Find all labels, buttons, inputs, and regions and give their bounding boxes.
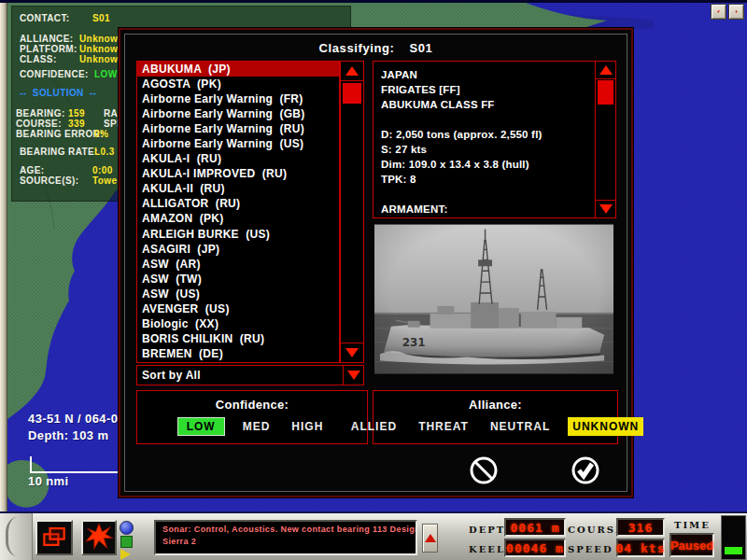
windows-icon (717, 6, 720, 18)
sources-label: SOURCE(S): (20, 175, 78, 186)
yellow-triangle-indicator (120, 549, 131, 560)
sort-dropdown[interactable]: Sort by All (136, 365, 364, 385)
stations-button[interactable] (35, 520, 73, 555)
speed-display: 04 kts (616, 539, 665, 557)
confidence-box: Confidence: LOWMEDHIGH (136, 390, 368, 444)
ship-list-item[interactable]: ASAGIRI (JP) (137, 242, 339, 257)
confidence-option-low[interactable]: LOW (177, 417, 225, 436)
dialog-title-value: S01 (409, 41, 432, 55)
windows-button[interactable] (711, 4, 726, 20)
ship-list-item[interactable]: ARLEIGH BURKE (US) (137, 227, 339, 242)
scroll-up-button[interactable] (596, 62, 615, 79)
ship-photo: 231 (374, 224, 613, 374)
sort-dropdown-value: Sort by All (137, 369, 343, 382)
ship-details-panel: JAPANFRIGATES [FF]ABUKUMA CLASS FF D: 2,… (373, 61, 616, 218)
windows-icon (38, 522, 70, 552)
solution-header: -- SOLUTION -- (20, 88, 97, 98)
bearing-error-value: 0% (94, 129, 108, 139)
detail-line: D: 2,050 tons (approx. 2,550 fl) (381, 127, 595, 142)
time-label: TIME (674, 520, 711, 530)
class-value: Unknown (79, 54, 124, 64)
ship-list-item[interactable]: AKULA-I (RU) (137, 151, 339, 166)
alliance-option-neutral[interactable]: NEUTRAL (486, 417, 554, 436)
ship-list-scrollbar[interactable] (340, 61, 364, 363)
confidence-options: LOWMEDHIGH (137, 417, 367, 436)
alliance-value: Unknown (79, 34, 124, 44)
detail-line: ARMAMENT: (381, 202, 595, 217)
alliance-option-threat[interactable]: THREAT (415, 417, 472, 436)
message-line-2: Sierra 2 (156, 537, 416, 546)
ship-list-item[interactable]: BORIS CHILIKIN (RU) (137, 331, 339, 346)
confirm-button[interactable] (570, 455, 601, 486)
keel-display: 00046 m (504, 539, 566, 557)
confidence-option-high[interactable]: HIGH (288, 417, 327, 436)
time-compression-bar (725, 547, 742, 554)
ship-list-item[interactable]: Airborne Early Warning (RU) (137, 121, 339, 136)
ship-list-item[interactable]: Airborne Early Warning (GB) (137, 106, 339, 121)
status-bar-end-cap (0, 513, 33, 560)
alliance-box: Alliance: ALLIEDTHREATNEUTRALUNKNOWN (373, 390, 618, 444)
bearing-label: BEARING: (16, 108, 65, 119)
scrollbar-thumb[interactable] (343, 83, 361, 104)
event-alert-button[interactable] (81, 520, 117, 555)
confirm-icon (570, 455, 601, 486)
minimize-button[interactable] (728, 4, 744, 20)
ship-class-list[interactable]: ABUKUMA (JP)AGOSTA (PK)Airborne Early Wa… (136, 61, 340, 363)
ship-list-item[interactable]: AKULA-II (RU) (137, 181, 339, 196)
ship-list-item[interactable]: Airborne Early Warning (FR) (137, 91, 339, 106)
scroll-down-icon (345, 348, 359, 357)
confidence-title: Confidence: (137, 398, 367, 412)
detail-line: ABUKUMA CLASS FF (381, 97, 595, 112)
ship-list-item[interactable]: ALLIGATOR (RU) (137, 196, 339, 211)
map-scale-label: 10 nmi (28, 474, 69, 488)
ship-list-item[interactable]: AMAZON (PK) (137, 211, 339, 226)
dialog-title-label: Classifying: (319, 41, 395, 55)
alliance-option-unknown[interactable]: UNKNOWN (568, 417, 643, 436)
contact-label: CONTACT: (20, 13, 70, 23)
scroll-down-button[interactable] (596, 200, 615, 217)
course-display: 316 (616, 518, 665, 537)
details-scrollbar[interactable] (595, 62, 615, 217)
status-bar: Sonar: Control, Acoustics. New contact b… (0, 511, 747, 560)
time-compression-gauge (721, 515, 746, 560)
burst-icon (84, 522, 114, 552)
ship-list-item[interactable]: Biologic (XX) (137, 316, 339, 331)
scroll-up-button[interactable] (341, 62, 363, 81)
cancel-button[interactable] (468, 455, 500, 486)
ship-list-item[interactable]: AGOSTA (PK) (137, 77, 339, 91)
ship-list-item[interactable]: AKULA-I IMPROVED (RU) (137, 166, 339, 181)
ship-list-item[interactable]: AVENGER (US) (137, 301, 339, 316)
ship-list-item[interactable]: BREMEN (DE) (137, 346, 339, 361)
message-log: Sonar: Control, Acoustics. New contact b… (154, 520, 417, 555)
alliance-options: ALLIEDTHREATNEUTRALUNKNOWN (374, 417, 617, 436)
bearing-error-label: BEARING ERROR: (16, 129, 104, 139)
ship-list-item[interactable]: ASW (AR) (137, 257, 339, 272)
course-value: 339 (68, 119, 85, 129)
time-display: Paused (669, 533, 714, 557)
confidence-value: LOW (94, 69, 118, 79)
ship-photo-image: 231 (374, 224, 613, 374)
class-label: CLASS: (20, 54, 57, 64)
detail-line: S: 27 kts (381, 142, 595, 157)
age-label: AGE: (20, 165, 45, 175)
course-label: COURSE: (16, 119, 62, 129)
detail-line: Dim: 109.0 x 13.4 x 3.8 (hull) (381, 157, 595, 172)
ship-details-text: JAPANFRIGATES [FF]ABUKUMA CLASS FF D: 2,… (374, 62, 595, 217)
ship-list-item[interactable]: ABUKUMA (JP) (137, 62, 339, 77)
classify-dialog: Classifying:S01 ABUKUMA (JP)AGOSTA (PK)A… (119, 28, 633, 497)
message-scroll-up-button[interactable] (422, 524, 438, 553)
confidence-option-med[interactable]: MED (239, 417, 275, 436)
alliance-option-allied[interactable]: ALLIED (347, 417, 401, 436)
scroll-up-icon (345, 66, 359, 76)
scroll-up-icon (599, 65, 613, 75)
platform-value: Unknown (79, 44, 124, 54)
cancel-icon (468, 455, 500, 486)
scroll-down-button[interactable] (341, 343, 363, 362)
scrollbar-thumb[interactable] (598, 80, 613, 105)
detail-line (381, 112, 595, 127)
alliance-title: Alliance: (374, 398, 617, 412)
ship-list-item[interactable]: ASW (US) (137, 287, 339, 301)
ship-list-item[interactable]: ASW (TW) (137, 272, 339, 287)
ship-list-item[interactable]: Airborne Early Warning (US) (137, 136, 339, 151)
scroll-down-icon (599, 204, 613, 214)
